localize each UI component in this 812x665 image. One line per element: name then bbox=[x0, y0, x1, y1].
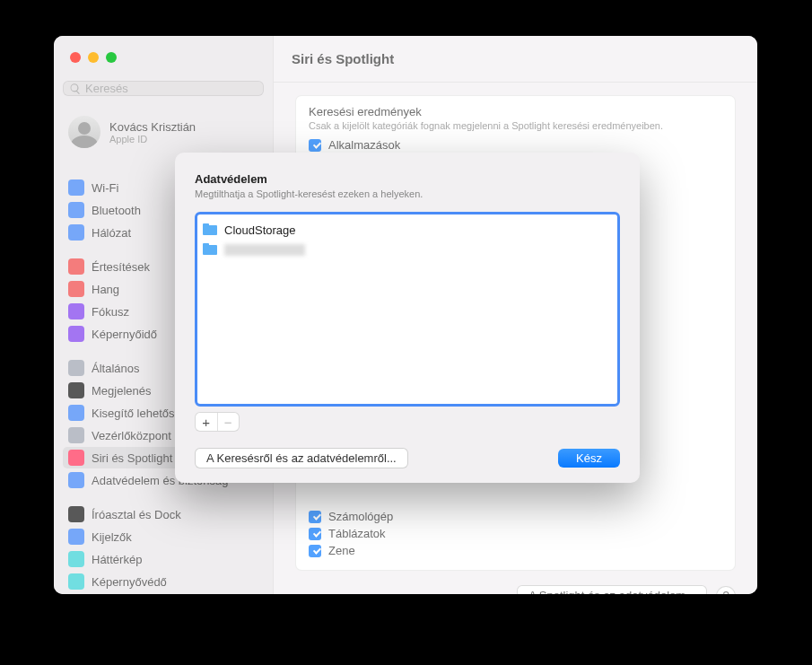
sheet-subtitle: Megtilthatja a Spotlight-keresést ezeken… bbox=[195, 188, 620, 199]
folder-icon bbox=[203, 243, 217, 256]
sidebar-item-label: Siri és Spotlight bbox=[92, 451, 172, 465]
panel-subtitle: Csak a kijelölt kategóriák fognak megjel… bbox=[309, 120, 722, 131]
close-icon[interactable] bbox=[70, 52, 81, 63]
wifi-icon bbox=[68, 179, 84, 196]
excluded-locations-list[interactable]: CloudStorage bbox=[195, 212, 620, 407]
minimize-icon[interactable] bbox=[88, 52, 99, 63]
add-button[interactable]: + bbox=[196, 413, 218, 431]
panel-title: Keresési eredmények bbox=[309, 105, 722, 118]
zoom-icon[interactable] bbox=[106, 52, 117, 63]
search-icon bbox=[69, 83, 82, 95]
sidebar-item-label: Fókusz bbox=[92, 305, 129, 319]
search-input[interactable]: Keresés bbox=[63, 81, 264, 96]
hand-icon bbox=[68, 472, 84, 488]
sidebar-item-h-tt-rk-p[interactable]: Háttérkép bbox=[63, 548, 264, 570]
sidebar-item-label: Háttérkép bbox=[92, 553, 142, 566]
sidebar-item-label: Értesítések bbox=[92, 260, 150, 274]
category-row[interactable]: Táblázatok bbox=[309, 527, 722, 540]
sidebar-item-label: Kijelzők bbox=[92, 530, 132, 544]
remove-button[interactable]: − bbox=[218, 413, 240, 431]
sidebar-item-energiatakar-koss-g[interactable]: Energiatakarékosság bbox=[63, 593, 264, 594]
control-icon bbox=[68, 427, 84, 443]
screensaver-icon bbox=[68, 573, 84, 590]
dock-icon bbox=[68, 506, 84, 522]
checkbox-icon[interactable] bbox=[309, 545, 321, 557]
avatar bbox=[68, 116, 100, 148]
sidebar-item-label: Hang bbox=[92, 283, 119, 296]
done-button[interactable]: Kész bbox=[558, 449, 620, 468]
sound-icon bbox=[68, 281, 84, 297]
category-row[interactable]: Alkalmazások bbox=[309, 138, 722, 152]
network-icon bbox=[68, 224, 84, 241]
category-label: Alkalmazások bbox=[328, 138, 400, 152]
account-sub: Apple ID bbox=[109, 134, 196, 144]
folder-row[interactable] bbox=[203, 240, 612, 259]
sidebar-group-desktop: Íróasztal és DockKijelzőkHáttérképKépern… bbox=[63, 503, 264, 594]
sidebar-item-label: Megjelenés bbox=[92, 384, 152, 398]
redacted-folder-name bbox=[224, 244, 305, 256]
sidebar-item-label: Hálózat bbox=[92, 226, 131, 240]
sidebar-item-label: Bluetooth bbox=[92, 204, 141, 217]
about-search-privacy-button[interactable]: A Keresésről és az adatvédelemről... bbox=[195, 448, 408, 468]
sidebar-item--r-asztal-s-dock[interactable]: Íróasztal és Dock bbox=[63, 503, 264, 525]
window-controls bbox=[70, 52, 117, 63]
sidebar-item-label: Íróasztal és Dock bbox=[92, 508, 181, 521]
hourglass-icon bbox=[68, 326, 84, 342]
checkbox-icon[interactable] bbox=[309, 511, 321, 523]
spotlight-privacy-button[interactable]: A Spotlight és az adatvédelem... bbox=[517, 585, 707, 594]
moon-icon bbox=[68, 303, 84, 319]
footer-row: A Spotlight és az adatvédelem... ? bbox=[295, 585, 736, 594]
folder-icon bbox=[203, 223, 217, 236]
page-title: Siri és Spotlight bbox=[274, 36, 757, 83]
sidebar-item-label: Általános bbox=[92, 362, 139, 375]
sheet-title: Adatvédelem bbox=[195, 172, 620, 186]
privacy-sheet: Adatvédelem Megtilthatja a Spotlight-ker… bbox=[175, 153, 640, 483]
category-label: Zene bbox=[328, 544, 355, 557]
add-remove-control: + − bbox=[195, 412, 240, 432]
account-row[interactable]: Kovács Krisztián Apple ID bbox=[63, 112, 264, 152]
sidebar-item-label: Képernyőidő bbox=[92, 328, 157, 341]
help-button[interactable]: ? bbox=[716, 586, 736, 595]
sidebar-item-kijelz-k[interactable]: Kijelzők bbox=[63, 526, 264, 547]
folder-name: CloudStorage bbox=[224, 223, 296, 237]
category-row[interactable]: Zene bbox=[309, 544, 722, 557]
sidebar-item-label: Képernyővédő bbox=[92, 575, 167, 589]
checkbox-icon[interactable] bbox=[309, 528, 321, 540]
appearance-icon bbox=[68, 382, 84, 398]
category-row[interactable]: Számológép bbox=[309, 510, 722, 523]
sidebar-item-label: Wi-Fi bbox=[92, 181, 118, 195]
bluetooth-icon bbox=[68, 202, 84, 218]
category-label: Számológép bbox=[328, 510, 393, 523]
displays-icon bbox=[68, 529, 84, 545]
search-placeholder: Keresés bbox=[85, 82, 128, 95]
sidebar-item-k-perny-v-d-[interactable]: Képernyővédő bbox=[63, 571, 264, 592]
bell-icon bbox=[68, 258, 84, 275]
checkbox-icon[interactable] bbox=[309, 139, 321, 152]
sidebar-item-label: Vezérlőközpont bbox=[92, 429, 171, 442]
account-name: Kovács Krisztián bbox=[109, 120, 196, 134]
wallpaper-icon bbox=[68, 551, 84, 567]
accessibility-icon bbox=[68, 405, 84, 421]
gear-icon bbox=[68, 360, 84, 376]
folder-row[interactable]: CloudStorage bbox=[203, 220, 612, 240]
category-label: Táblázatok bbox=[328, 527, 386, 540]
siri-icon bbox=[68, 450, 84, 466]
